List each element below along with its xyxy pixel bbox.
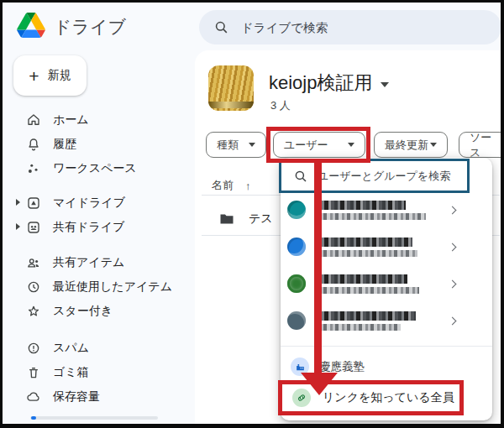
filter-chip-user[interactable]: ユーザー <box>273 132 365 158</box>
chevron-down-icon[interactable] <box>381 82 389 87</box>
organization-label: 慶應義塾 <box>319 359 365 374</box>
redacted-user-name <box>318 274 407 284</box>
name-column-header[interactable]: 名前 ↑ <box>212 178 251 193</box>
redacted-user-email <box>318 324 401 331</box>
home-icon <box>26 112 41 128</box>
chevron-right-icon[interactable] <box>449 243 457 251</box>
redacted-user-email <box>318 250 417 257</box>
chevron-down-icon <box>249 143 255 147</box>
screenshot-border <box>0 424 504 428</box>
redacted-user-text <box>318 274 419 294</box>
filter-chip-type[interactable]: 種類 <box>206 132 266 158</box>
members-count: 3 人 <box>270 98 291 113</box>
chevron-down-icon <box>430 143 437 147</box>
sidebar-item-label: 共有ドライブ <box>53 220 124 235</box>
drive-search-bar[interactable] <box>199 10 501 44</box>
plus-icon: + <box>29 67 39 85</box>
spam-icon <box>26 341 41 356</box>
search-icon <box>213 19 229 35</box>
anyone-with-link-item[interactable]: リンクを知っている全員 <box>281 384 492 411</box>
storage-progress-fill <box>31 416 36 420</box>
sidebar-item-label: 保存容量 <box>53 389 100 405</box>
chip-label: ソース <box>470 130 501 160</box>
user-filter-dropdown: 慶應義塾 リンクを知っている全員 <box>281 158 492 420</box>
screenshot-border <box>0 0 3 428</box>
name-header-label: 名前 <box>212 178 234 193</box>
sidebar-item-label: スパム <box>53 341 89 356</box>
user-list-item[interactable] <box>281 228 492 265</box>
sidebar-item-shared-with-me[interactable]: 共有アイテム <box>0 250 193 274</box>
star-icon <box>26 304 41 319</box>
sidebar-item-label: スター付き <box>53 304 113 319</box>
new-button-label: 新規 <box>48 68 71 83</box>
redacted-user-name <box>318 237 412 247</box>
sidebar-item-label: 履歴 <box>53 137 76 152</box>
sidebar-item-label: マイドライブ <box>53 196 125 211</box>
search-icon <box>293 169 308 184</box>
user-list <box>281 191 492 339</box>
user-avatar <box>287 237 306 256</box>
sidebar-item-home[interactable]: ホーム <box>0 107 193 132</box>
workspaces-icon <box>26 161 41 176</box>
filter-chip-modified[interactable]: 最終更新 <box>374 132 448 158</box>
link-icon <box>292 389 311 407</box>
sidebar-item-label: 共有アイテム <box>53 255 124 270</box>
drive-title[interactable]: keiojp検証用 <box>269 70 389 96</box>
chevron-right-icon[interactable] <box>449 316 457 325</box>
sidebar-item-recent[interactable]: 最近使用したアイテム <box>0 274 193 299</box>
chevron-right-icon[interactable] <box>449 206 457 214</box>
sidebar-item-storage[interactable]: 保存容量 <box>0 384 193 409</box>
sidebar-item-my-drive[interactable]: マイドライブ <box>0 191 193 215</box>
shared-drive-icon <box>26 220 41 235</box>
screenshot-border <box>0 0 504 3</box>
file-name: テス <box>249 211 273 227</box>
expand-caret-icon[interactable] <box>16 199 20 206</box>
organization-building-icon <box>291 358 309 376</box>
sidebar-item-label: ゴミ箱 <box>53 365 89 380</box>
dropdown-search-box[interactable] <box>279 159 470 193</box>
sidebar-item-spam[interactable]: スパム <box>0 336 193 360</box>
sidebar-item-label: ホーム <box>53 112 89 128</box>
user-avatar <box>287 201 306 219</box>
my-drive-icon <box>26 196 41 211</box>
sidebar-item-workspaces[interactable]: ワークスペース <box>0 156 193 180</box>
dropdown-search-input[interactable] <box>318 170 460 182</box>
sort-ascending-icon[interactable]: ↑ <box>245 180 251 192</box>
drive-search-input[interactable] <box>241 21 459 34</box>
redacted-user-name <box>318 201 406 210</box>
user-list-item[interactable] <box>281 302 492 339</box>
storage-progress-bar <box>30 416 158 420</box>
organization-item[interactable]: 慶應義塾 <box>281 354 492 379</box>
chevron-down-icon <box>348 143 354 147</box>
filter-chip-source[interactable]: ソース <box>459 132 504 158</box>
new-button[interactable]: + 新規 <box>13 55 87 96</box>
user-list-item[interactable] <box>281 265 492 302</box>
sidebar-item-shared-drives[interactable]: 共有ドライブ <box>0 215 193 239</box>
sidebar-item-starred[interactable]: スター付き <box>0 299 193 323</box>
sidebar-item-trash[interactable]: ゴミ箱 <box>0 360 193 384</box>
shared-drive-avatar <box>208 65 254 111</box>
app-title: ドライブ <box>54 15 126 39</box>
folder-icon <box>218 211 235 227</box>
redacted-user-text <box>318 201 426 220</box>
redacted-user-text <box>318 311 416 331</box>
chevron-right-icon[interactable] <box>449 279 457 288</box>
redacted-user-text <box>318 237 417 257</box>
user-list-item[interactable] <box>281 191 492 228</box>
dropdown-divider <box>281 346 492 347</box>
bell-icon <box>26 137 41 152</box>
anyone-with-link-label: リンクを知っている全員 <box>323 390 454 405</box>
chip-label: 種類 <box>217 138 239 153</box>
sidebar-nav: ホーム 履歴 ワークスペース マイドライブ 共有ドライブ 共有アイテム 最近 <box>0 107 193 409</box>
google-drive-logo <box>17 13 45 38</box>
redacted-user-email <box>318 287 419 294</box>
expand-caret-icon[interactable] <box>16 223 20 230</box>
drive-title-text: keiojp検証用 <box>269 70 372 96</box>
google-drive-window: ドライブ + 新規 ホーム 履歴 ワークスペース マイドライブ <box>0 0 504 428</box>
sidebar-item-history[interactable]: 履歴 <box>0 132 193 156</box>
people-icon <box>26 255 41 270</box>
cloud-icon <box>26 389 41 405</box>
chip-label: ユーザー <box>284 138 328 153</box>
redacted-user-name <box>318 311 416 321</box>
user-avatar <box>287 311 306 330</box>
